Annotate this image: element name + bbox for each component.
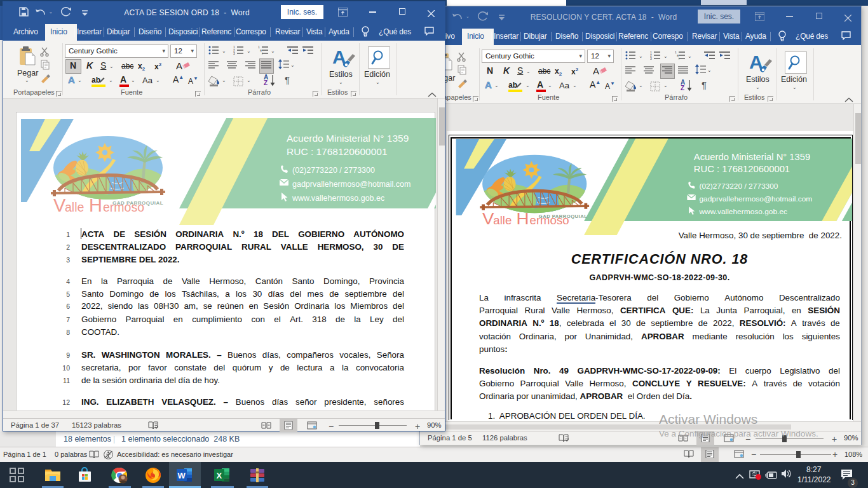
svg-text:gadprvallehermoso@hotmail.com: gadprvallehermoso@hotmail.com	[292, 180, 410, 189]
svg-text:www.vallehermoso.gob.ec: www.vallehermoso.gob.ec	[698, 207, 787, 215]
svg-text:X: X	[217, 471, 222, 480]
svg-text:Acuerdo Ministerial N° 1359: Acuerdo Ministerial N° 1359	[287, 133, 409, 144]
svg-text:RUC : 1768120600001: RUC : 1768120600001	[694, 164, 790, 174]
svg-text:V: V	[482, 208, 494, 227]
svg-text:3: 3	[650, 57, 652, 60]
svg-text:GAD PARROQUIAL: GAD PARROQUIAL	[539, 214, 587, 219]
svg-text:W: W	[178, 471, 186, 480]
svg-text:(02)2773220 / 2773300: (02)2773220 / 2773300	[292, 166, 375, 175]
svg-text:gadprvallehermoso@hotmail.com: gadprvallehermoso@hotmail.com	[699, 194, 812, 203]
svg-text:(02)2773220 / 2773300: (02)2773220 / 2773300	[699, 182, 778, 190]
svg-text:A: A	[593, 65, 599, 76]
svg-text:V: V	[53, 195, 66, 215]
svg-text:3: 3	[233, 51, 235, 55]
svg-text:H: H	[89, 195, 102, 215]
svg-text:alle: alle	[493, 214, 512, 227]
svg-text:i: i	[262, 51, 262, 55]
svg-text:H: H	[517, 208, 529, 227]
svg-text:alle: alle	[65, 200, 84, 214]
svg-text:A: A	[176, 60, 182, 71]
svg-text:GAD PARROQUIAL: GAD PARROQUIAL	[112, 200, 163, 206]
svg-text:RUC : 1768120600001: RUC : 1768120600001	[287, 146, 388, 157]
svg-text:www.vallehermoso.gob.ec: www.vallehermoso.gob.ec	[292, 194, 384, 203]
svg-text:Acuerdo Ministerial N° 1359: Acuerdo Ministerial N° 1359	[694, 152, 810, 162]
svg-text:i: i	[679, 57, 679, 60]
